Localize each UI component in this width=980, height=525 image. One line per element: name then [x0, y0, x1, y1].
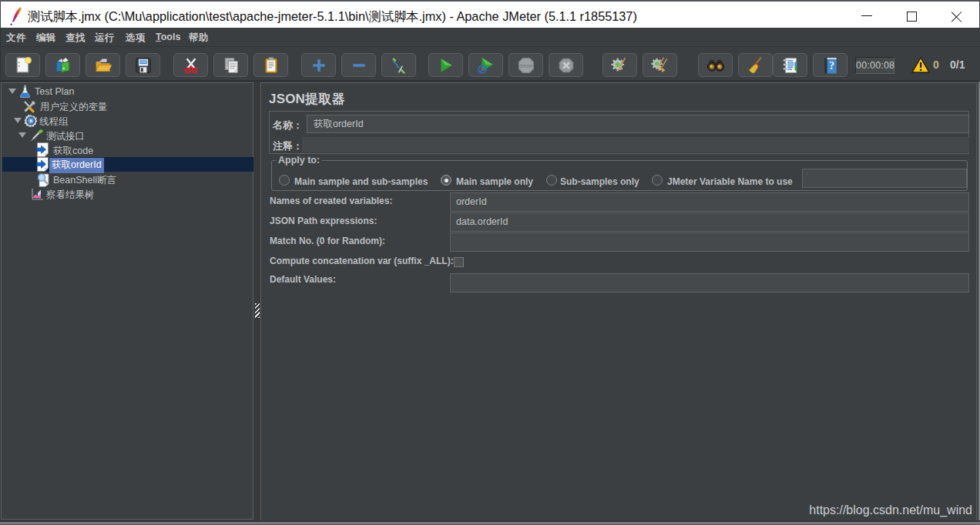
svg-text:STOP: STOP	[519, 63, 532, 68]
svg-text:?: ?	[829, 59, 834, 71]
